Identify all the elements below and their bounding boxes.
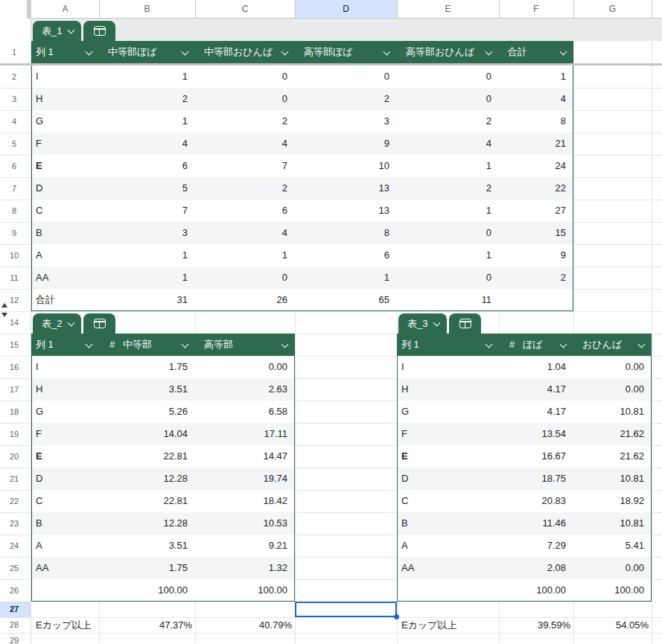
cell[interactable]: 2 xyxy=(195,177,287,200)
cell[interactable]: F xyxy=(36,133,98,155)
column-header-E[interactable]: E xyxy=(397,0,499,19)
column-header-cell[interactable]: 高等部おひんば xyxy=(397,41,499,63)
row-header-8[interactable]: 8 xyxy=(0,200,28,222)
cell[interactable]: 14.04 xyxy=(99,423,188,445)
row-header-5[interactable]: 5 xyxy=(0,133,28,155)
cell[interactable]: 47.37% xyxy=(99,617,192,633)
cell[interactable]: 40.79% xyxy=(195,617,292,633)
cell[interactable]: E xyxy=(401,445,497,468)
cell[interactable]: 2 xyxy=(99,88,188,110)
cell[interactable]: 21 xyxy=(499,133,566,155)
column-dropdown-icon[interactable] xyxy=(638,341,646,348)
cell[interactable]: 3 xyxy=(295,110,389,133)
cell[interactable]: 18.92 xyxy=(573,490,644,512)
cell[interactable]: A xyxy=(401,535,497,557)
cell[interactable]: 24 xyxy=(499,155,566,177)
cell[interactable]: G xyxy=(401,401,497,423)
column-header-cell[interactable]: 列 1 xyxy=(31,334,99,356)
row-header-12[interactable]: 12 xyxy=(0,289,28,311)
row-header-26[interactable]: 26 xyxy=(0,579,28,602)
cell[interactable]: 11.46 xyxy=(499,512,566,535)
table-name-chip[interactable]: 表_3 xyxy=(398,313,447,334)
cell[interactable]: H xyxy=(401,378,497,401)
fill-handle[interactable] xyxy=(394,614,399,619)
column-header-cell[interactable]: おひんば xyxy=(573,334,652,356)
cell[interactable]: G xyxy=(36,401,98,423)
column-header-cell[interactable]: 中等部おひんば xyxy=(195,41,295,63)
column-header-cell[interactable]: #中等部 xyxy=(99,334,195,356)
column-dropdown-icon[interactable] xyxy=(281,341,289,348)
table-menu-chip[interactable] xyxy=(449,313,481,334)
cell[interactable]: 1 xyxy=(99,244,188,267)
cell[interactable]: 22 xyxy=(499,177,566,200)
row-header-1[interactable]: 1 xyxy=(0,41,28,63)
cell[interactable]: 13.54 xyxy=(499,423,566,445)
cell[interactable]: 16.67 xyxy=(499,445,566,468)
row-header-19[interactable]: 19 xyxy=(0,423,28,445)
cell[interactable]: 0.00 xyxy=(573,557,644,579)
cell[interactable]: 10.81 xyxy=(573,401,644,423)
column-header-cell[interactable]: 高等部ぼば xyxy=(295,41,397,63)
row-header-16[interactable]: 16 xyxy=(0,356,28,378)
cell[interactable]: 17.11 xyxy=(195,423,287,445)
cell[interactable]: I xyxy=(401,356,497,378)
table-menu-chip[interactable] xyxy=(83,313,115,334)
row-header-2[interactable]: 2 xyxy=(0,66,28,88)
cell[interactable]: Eカップ以上 xyxy=(401,617,476,633)
cell[interactable]: 4 xyxy=(195,222,287,244)
row-header-29[interactable]: 29 xyxy=(0,633,28,644)
cell[interactable]: 13 xyxy=(295,177,389,200)
column-header-cell[interactable]: 中等部ぼば xyxy=(99,41,195,63)
cell[interactable]: 4.17 xyxy=(499,401,566,423)
cell[interactable]: 5.26 xyxy=(99,401,188,423)
cell[interactable]: AA xyxy=(36,557,98,579)
cell[interactable]: 13 xyxy=(295,200,389,222)
cell[interactable]: I xyxy=(36,356,98,378)
cell[interactable] xyxy=(36,579,98,602)
cell[interactable]: E xyxy=(36,445,98,468)
cell[interactable]: B xyxy=(401,512,497,535)
cell[interactable]: 6 xyxy=(99,155,188,177)
cell[interactable]: 1 xyxy=(499,66,566,88)
cell[interactable]: 10 xyxy=(295,155,389,177)
cell[interactable]: 1 xyxy=(195,244,287,267)
cell[interactable]: 0 xyxy=(195,88,287,110)
row-header-24[interactable]: 24 xyxy=(0,535,28,557)
cell[interactable]: 2 xyxy=(397,177,491,200)
cell[interactable]: 合計 xyxy=(36,289,98,311)
cell[interactable]: 1 xyxy=(99,267,188,289)
column-header-cell[interactable]: 列 1 xyxy=(397,334,499,356)
row-header-4[interactable]: 4 xyxy=(0,110,28,133)
row-header-6[interactable]: 6 xyxy=(0,155,28,177)
cell[interactable]: 1.75 xyxy=(99,557,188,579)
cell[interactable]: 7 xyxy=(99,200,188,222)
column-dropdown-icon[interactable] xyxy=(560,48,567,56)
column-dropdown-icon[interactable] xyxy=(486,341,493,348)
cell[interactable]: 15 xyxy=(499,222,566,244)
cell[interactable]: 54.05% xyxy=(573,617,649,633)
cell[interactable]: 8 xyxy=(499,110,566,133)
cell[interactable]: 100.00 xyxy=(99,579,188,602)
cell[interactable]: 2 xyxy=(295,88,389,110)
cell[interactable]: 1.04 xyxy=(499,356,566,378)
cell[interactable]: C xyxy=(36,490,98,512)
cell[interactable]: 1 xyxy=(397,200,491,222)
cell[interactable]: 20.83 xyxy=(499,490,566,512)
cell[interactable]: 39.59% xyxy=(499,617,570,633)
column-dropdown-icon[interactable] xyxy=(560,341,567,348)
column-header-cell[interactable]: 合計 xyxy=(499,41,573,63)
cell[interactable]: AA xyxy=(36,267,98,289)
cell[interactable]: 27 xyxy=(499,200,566,222)
cell[interactable]: 21.62 xyxy=(573,423,644,445)
column-header-A[interactable]: A xyxy=(31,0,99,19)
cell[interactable]: 1 xyxy=(295,267,389,289)
cell[interactable]: 10.53 xyxy=(195,512,287,535)
column-header-G[interactable]: G xyxy=(573,0,652,19)
cell[interactable]: 1 xyxy=(99,110,188,133)
cell[interactable]: 18.42 xyxy=(195,490,287,512)
cell[interactable]: 4.17 xyxy=(499,378,566,401)
cell[interactable]: 8 xyxy=(295,222,389,244)
cell[interactable]: 14.47 xyxy=(195,445,287,468)
cell[interactable]: B xyxy=(36,512,98,535)
cell[interactable]: 21.62 xyxy=(573,445,644,468)
